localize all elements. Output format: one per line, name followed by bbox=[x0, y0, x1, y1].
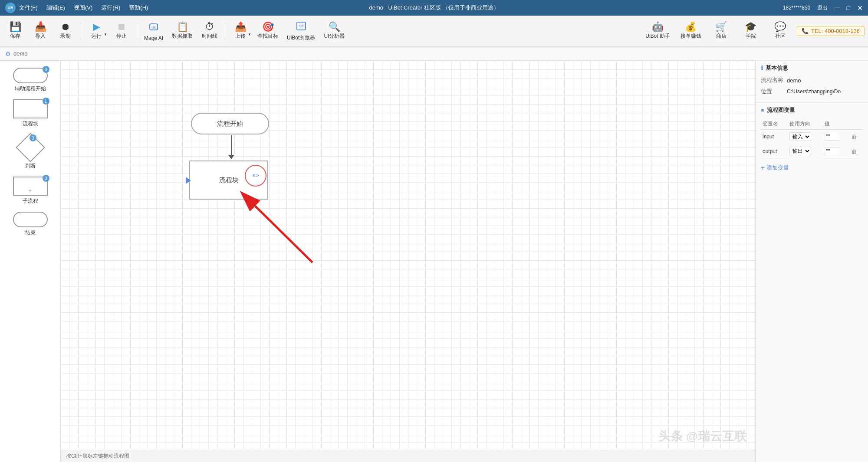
var-output-value[interactable] bbox=[825, 147, 840, 155]
menu-help[interactable]: 帮助(H) bbox=[129, 4, 148, 12]
toolbar-stop[interactable]: ⏹ 停止 bbox=[110, 18, 133, 44]
import-label: 导入 bbox=[35, 33, 46, 40]
toolbar-uibot-helper[interactable]: 🤖 UiBot 助手 bbox=[642, 18, 674, 44]
data-capture-icon: 📋 bbox=[177, 22, 188, 32]
var-input-delete-button[interactable]: 🗑 bbox=[851, 133, 857, 140]
titlebar-controls: 182*****850 退出 ─ □ ✕ bbox=[783, 4, 863, 12]
menu-bar: 文件(F) 编辑(E) 视图(V) 运行(R) 帮助(H) bbox=[19, 4, 148, 12]
component-subprocess-shape: 0 bbox=[13, 177, 48, 196]
var-input-value[interactable] bbox=[825, 133, 840, 141]
run-dropdown-arrow: ▼ bbox=[104, 33, 107, 36]
basic-info-title-label: 基本信息 bbox=[766, 64, 788, 72]
var-header-direction: 使用方向 bbox=[788, 118, 823, 130]
add-variable-button[interactable]: + 添加变量 bbox=[761, 162, 863, 174]
var-output-direction[interactable]: 输入 输出 局部 bbox=[788, 144, 823, 158]
uibot-browser-label: UiBot浏览器 bbox=[287, 34, 315, 42]
var-row-output: output 输入 输出 局部 🗑 bbox=[761, 144, 863, 158]
toolbar-store[interactable]: 🛒 商店 bbox=[708, 18, 734, 44]
component-start-label: 辅助流程开始 bbox=[15, 85, 46, 92]
basic-info-title: ℹ 基本信息 bbox=[761, 64, 863, 72]
edit-icon-circle[interactable]: ✏ bbox=[245, 165, 266, 187]
toolbar-community[interactable]: 💬 社区 bbox=[767, 18, 793, 44]
watermark: 头条 @瑞云互联 bbox=[658, 428, 746, 445]
toolbar-run[interactable]: ▶ 运行 ▼ bbox=[85, 18, 108, 44]
arrow-line-1 bbox=[231, 135, 232, 155]
toolbar-save[interactable]: 💾 保存 bbox=[3, 18, 27, 44]
component-decision-shape: 0 bbox=[20, 134, 41, 161]
toolbar-ui-analyzer[interactable]: 🔍 UI分析器 bbox=[320, 18, 348, 44]
var-output-delete-cell[interactable]: 🗑 bbox=[849, 144, 863, 158]
logout-button[interactable]: 退出 bbox=[817, 4, 828, 12]
component-subprocess[interactable]: 0 子流程 bbox=[9, 175, 52, 206]
record-icon: ⏺ bbox=[61, 22, 70, 32]
breadcrumb-icon: ⚙ bbox=[5, 50, 11, 57]
earn-money-label: 接单赚钱 bbox=[681, 33, 701, 40]
component-start[interactable]: 0 辅助流程开始 bbox=[9, 66, 52, 94]
toolbar-data-capture[interactable]: 📋 数据抓取 bbox=[168, 18, 196, 44]
toolbar-record[interactable]: ⏺ 录制 bbox=[54, 18, 77, 44]
var-input-delete-cell[interactable]: 🗑 bbox=[849, 130, 863, 144]
menu-view[interactable]: 视图(V) bbox=[74, 4, 92, 12]
component-block-label: 流程块 bbox=[23, 120, 38, 128]
minimize-button[interactable]: ─ bbox=[835, 4, 839, 12]
edit-pencil-icon: ✏ bbox=[253, 171, 259, 180]
menu-edit[interactable]: 编辑(E) bbox=[46, 4, 65, 12]
component-subprocess-label: 子流程 bbox=[23, 197, 38, 205]
var-output-delete-button[interactable]: 🗑 bbox=[851, 148, 857, 155]
var-input-direction[interactable]: 输入 输出 局部 bbox=[788, 130, 823, 144]
info-row-name: 流程名称 demo bbox=[761, 76, 863, 84]
component-block[interactable]: 1 流程块 bbox=[9, 98, 52, 129]
canvas-area[interactable]: 流程开始 流程块 ✏ 按Ctrl+鼠标左键拖动流程图 bbox=[61, 61, 755, 462]
find-target-label: 查找目标 bbox=[257, 33, 278, 40]
var-output-value-cell[interactable] bbox=[823, 144, 850, 158]
phone-icon: 📞 bbox=[802, 28, 809, 34]
toolbar-timeline[interactable]: ⏱ 时间线 bbox=[198, 18, 221, 44]
flow-name-value: demo bbox=[787, 77, 801, 84]
end-shape-icon bbox=[13, 212, 48, 227]
component-end[interactable]: 结束 bbox=[9, 210, 52, 238]
status-hint: 按Ctrl+鼠标左键拖动流程图 bbox=[66, 452, 129, 460]
breadcrumb: ⚙ demo bbox=[0, 47, 868, 61]
maximize-button[interactable]: □ bbox=[847, 4, 850, 11]
close-button[interactable]: ✕ bbox=[857, 4, 863, 12]
component-block-shape: 1 bbox=[13, 99, 48, 118]
component-start-shape: 0 bbox=[13, 68, 48, 83]
run-icon: ▶ bbox=[93, 22, 100, 32]
breadcrumb-label: demo bbox=[13, 50, 28, 57]
community-icon: 💬 bbox=[774, 22, 786, 32]
block-play-arrow bbox=[186, 177, 191, 184]
stop-icon: ⏹ bbox=[117, 22, 126, 32]
var-output-direction-select[interactable]: 输入 输出 局部 bbox=[789, 147, 811, 155]
toolbar-upload[interactable]: 📤 上传 ▼ bbox=[229, 18, 252, 44]
var-row-input: input 输入 输出 局部 🗑 bbox=[761, 130, 863, 144]
toolbar-find-target[interactable]: 🎯 查找目标 bbox=[254, 18, 282, 44]
flow-start-node[interactable]: 流程开始 bbox=[191, 113, 269, 134]
component-panel: 0 辅助流程开始 1 流程块 0 判断 0 子流程 bbox=[0, 61, 61, 462]
add-var-label: 添加变量 bbox=[766, 164, 789, 172]
logo: UB bbox=[5, 3, 16, 13]
annotation-arrow bbox=[226, 189, 339, 267]
info-row-location: 位置 C:\Users\zhangping\Do bbox=[761, 88, 863, 95]
var-input-value-cell[interactable] bbox=[823, 130, 850, 144]
var-input-direction-select[interactable]: 输入 输出 局部 bbox=[789, 132, 811, 141]
toolbar-earn-money[interactable]: 💰 接单赚钱 bbox=[677, 18, 705, 44]
toolbar-uibot-browser[interactable]: UB UiBot浏览器 bbox=[283, 18, 319, 44]
menu-file[interactable]: 文件(F) bbox=[19, 4, 38, 12]
main-area: 0 辅助流程开始 1 流程块 0 判断 0 子流程 bbox=[0, 61, 868, 462]
toolbar-import[interactable]: 📥 导入 bbox=[29, 18, 52, 44]
record-label: 录制 bbox=[60, 33, 71, 40]
variables-title: ≡ 流程图变量 bbox=[761, 106, 863, 114]
upload-label: 上传 bbox=[235, 33, 246, 40]
toolbar-academy[interactable]: 🎓 学院 bbox=[738, 18, 764, 44]
timeline-label: 时间线 bbox=[202, 33, 217, 40]
tel-badge[interactable]: 📞 TEL: 400-0018-136 bbox=[797, 26, 865, 36]
toolbar-mage-ai[interactable]: UB Mage AI bbox=[141, 18, 167, 44]
component-end-label: 结束 bbox=[25, 229, 36, 236]
tel-text: TEL: 400-0018-136 bbox=[811, 28, 860, 34]
flow-start-label: 流程开始 bbox=[217, 120, 243, 128]
svg-text:UB: UB bbox=[299, 25, 303, 28]
variables-table: 变量名 使用方向 值 input 输入 输出 局部 bbox=[761, 118, 863, 159]
menu-run[interactable]: 运行(R) bbox=[101, 4, 120, 12]
component-decision[interactable]: 0 判断 bbox=[9, 133, 52, 171]
mage-ai-icon: UB bbox=[148, 21, 159, 34]
